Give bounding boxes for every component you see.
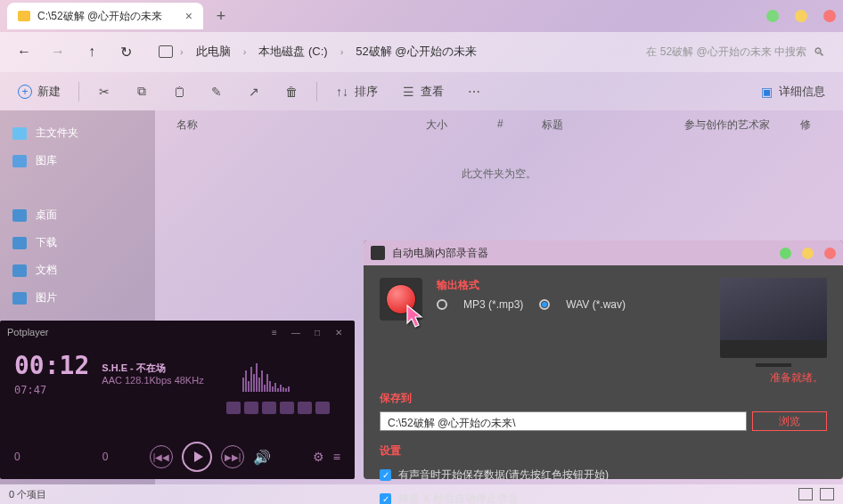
- next-button[interactable]: ▶▶|: [221, 445, 244, 468]
- pp-menu-button[interactable]: ≡: [266, 325, 283, 339]
- sidebar-item-home[interactable]: 主文件夹: [0, 119, 155, 147]
- record-button[interactable]: [380, 278, 422, 321]
- new-button[interactable]: +新建: [9, 78, 70, 105]
- sidebar-item-gallery[interactable]: 图库: [0, 147, 155, 175]
- back-button[interactable]: ←: [9, 37, 39, 67]
- new-tab-button[interactable]: +: [209, 4, 233, 28]
- pp-min-button[interactable]: —: [287, 325, 305, 339]
- browse-button[interactable]: 浏览: [752, 411, 827, 431]
- potplayer-titlebar[interactable]: Potplayer ≡ — □ ✕: [0, 321, 355, 344]
- view-icon: ☰: [401, 85, 415, 99]
- pp-icon-3[interactable]: [262, 402, 276, 414]
- pp-max-button[interactable]: □: [308, 325, 326, 339]
- col-size[interactable]: 大小: [419, 118, 490, 133]
- gear-icon[interactable]: ⚙: [313, 450, 324, 464]
- rename-button[interactable]: ✎: [201, 79, 233, 104]
- wav-label: WAV (*.wav): [566, 298, 626, 311]
- pp-icon-6[interactable]: [315, 402, 330, 414]
- sidebar-item-documents[interactable]: 文档: [0, 256, 155, 284]
- rec-close-button[interactable]: [824, 248, 836, 259]
- trash-icon: 🗑︎: [284, 85, 299, 99]
- column-headers: 名称 大小 # 标题 参与创作的艺术家 修: [155, 110, 843, 140]
- navbar: ← → ↑ ↻ › 此电脑 › 本地磁盘 (C:) › 52破解 @心开始の未来…: [0, 32, 843, 71]
- sort-button[interactable]: ↑↓排序: [326, 78, 387, 105]
- menu-icon[interactable]: ≡: [333, 450, 340, 464]
- more-button[interactable]: ⋯: [458, 79, 490, 104]
- minimize-button[interactable]: [766, 10, 779, 22]
- refresh-button[interactable]: ↻: [110, 37, 141, 67]
- delete-button[interactable]: 🗑︎: [275, 79, 307, 104]
- path-folder[interactable]: 52破解 @心开始の未来: [350, 40, 481, 63]
- col-name[interactable]: 名称: [169, 118, 419, 133]
- pp-extra-icons: [14, 402, 340, 414]
- volume-icon[interactable]: 🔊: [253, 449, 271, 466]
- rec-min-button[interactable]: [780, 248, 791, 259]
- path-root[interactable]: 此电脑: [191, 40, 236, 63]
- pp-bottom-bar: 0 0 |◀◀ ▶▶| 🔊 ⚙ ≡: [0, 442, 355, 472]
- item-count: 0 个项目: [9, 488, 46, 501]
- maximize-button[interactable]: [795, 10, 807, 22]
- sidebar-label: 图片: [36, 290, 57, 305]
- close-tab-button[interactable]: ×: [185, 9, 192, 23]
- opt2-checkbox[interactable]: ✓: [380, 493, 391, 504]
- settings-label: 设置: [380, 443, 827, 459]
- sidebar-item-pictures[interactable]: 图片: [0, 284, 155, 312]
- up-button[interactable]: ↑: [77, 37, 107, 67]
- sidebar-label: 桌面: [36, 207, 57, 223]
- sidebar-label: 文档: [36, 263, 57, 278]
- cut-button[interactable]: ✂: [88, 79, 120, 104]
- active-tab[interactable]: C:\52破解 @心开始の未来 ×: [7, 3, 203, 29]
- view-label: 查看: [421, 84, 444, 100]
- opt1-checkbox[interactable]: ✓: [380, 469, 391, 481]
- window-controls: [766, 10, 836, 22]
- sort-label: 排序: [355, 84, 378, 100]
- col-number[interactable]: #: [490, 118, 535, 133]
- status-text: 准备就绪。: [720, 370, 827, 386]
- recorder-titlebar[interactable]: 自动电脑内部录音器: [364, 240, 843, 265]
- search-placeholder: 在 52破解 @心开始の未来 中搜索: [646, 45, 806, 60]
- details-label: 详细信息: [779, 84, 825, 100]
- recorder-app-icon: [371, 246, 385, 260]
- search-box[interactable]: 在 52破解 @心开始の未来 中搜索 🔍︎: [637, 45, 834, 60]
- pp-icon-5[interactable]: [298, 402, 312, 414]
- sidebar-label: 下载: [36, 235, 57, 250]
- details-button[interactable]: ▣详细信息: [750, 78, 834, 105]
- view-button[interactable]: ☰查看: [392, 78, 453, 105]
- preview-monitor: [720, 278, 827, 358]
- sidebar-item-desktop[interactable]: 桌面: [0, 201, 155, 229]
- paste-button[interactable]: 📋︎: [163, 79, 195, 104]
- pp-icon-2[interactable]: [244, 402, 258, 414]
- rec-max-button[interactable]: [802, 248, 814, 259]
- pictures-icon: [12, 292, 27, 305]
- pp-close-button[interactable]: ✕: [330, 325, 348, 339]
- sidebar-item-downloads[interactable]: 下载: [0, 229, 155, 256]
- col-mod[interactable]: 修: [793, 118, 818, 133]
- col-title[interactable]: 标题: [535, 118, 677, 133]
- copy-button[interactable]: ⧉: [126, 79, 158, 104]
- duration: 07:47: [14, 384, 89, 396]
- path-drive[interactable]: 本地磁盘 (C:): [253, 40, 332, 63]
- prev-button[interactable]: |◀◀: [150, 445, 173, 468]
- visualizer: [242, 356, 340, 392]
- pp-icon-4[interactable]: [280, 402, 294, 414]
- forward-button[interactable]: →: [43, 37, 73, 67]
- opt1-label: 有声音时开始保存数据(请先按红色按钮开始): [398, 467, 609, 483]
- wav-radio[interactable]: [539, 299, 550, 310]
- pp-icon-1[interactable]: [226, 402, 241, 414]
- col-artists[interactable]: 参与创作的艺术家: [677, 118, 793, 133]
- save-path-input[interactable]: C:\52破解 @心开始の未来\: [380, 411, 747, 431]
- chevron-icon: ›: [243, 46, 247, 57]
- new-label: 新建: [37, 84, 61, 100]
- scissors-icon: ✂: [97, 85, 111, 99]
- close-button[interactable]: [823, 10, 836, 22]
- downloads-icon: [12, 237, 27, 249]
- pc-icon: [159, 45, 173, 58]
- sidebar-label: 图库: [36, 153, 57, 168]
- play-button[interactable]: [182, 442, 212, 472]
- search-icon: 🔍︎: [814, 45, 825, 59]
- share-button[interactable]: ↗: [238, 79, 270, 104]
- app-title: Potplayer: [7, 327, 48, 337]
- recorder-window: 自动电脑内部录音器 输出格式 MP3 (*.mp3) WAV (*.wav): [364, 240, 843, 479]
- mp3-radio[interactable]: [437, 299, 447, 310]
- right-number: 0: [102, 451, 109, 463]
